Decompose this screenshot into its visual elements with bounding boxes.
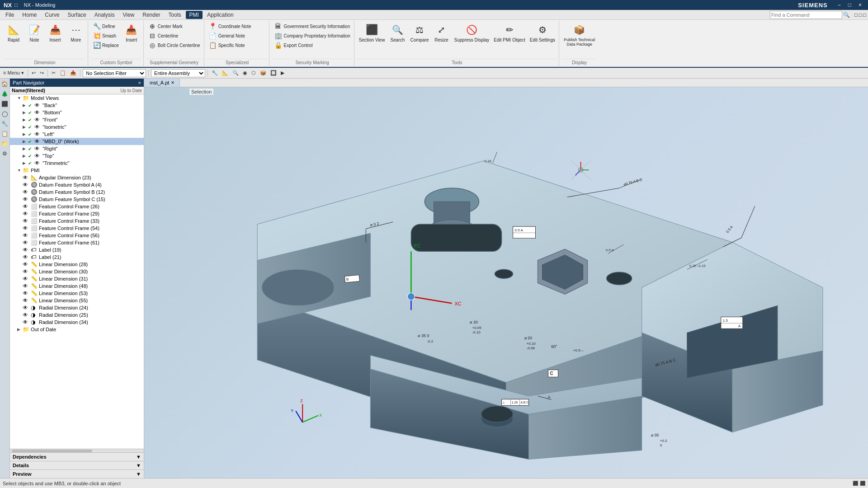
- tree-fcf54[interactable]: 👁 ⬜ Feature Control Frame (54): [10, 225, 144, 232]
- tree-expander[interactable]: ▶: [17, 327, 23, 332]
- tree-mbd0[interactable]: ▶ ✔ 👁 "MBD_0" (Work): [10, 138, 144, 145]
- rapid-button[interactable]: 📐 Rapid: [4, 22, 24, 43]
- tree-fcf29[interactable]: 👁 ⬜ Feature Control Frame (29): [10, 210, 144, 217]
- copy-icon[interactable]: 📋: [58, 70, 67, 76]
- menu-application[interactable]: Application: [203, 11, 237, 19]
- maximize-button[interactable]: □: [845, 1, 854, 9]
- tree-label21[interactable]: 👁 🏷 Label (21): [10, 253, 144, 261]
- tree-expander[interactable]: ▶: [23, 103, 28, 108]
- insert-annotation-button[interactable]: 📥 Insert: [122, 22, 142, 43]
- tree-fcf61[interactable]: 👁 ⬜ Feature Control Frame (61): [10, 239, 144, 246]
- menu-surface[interactable]: Surface: [64, 11, 90, 19]
- export-control-button[interactable]: 🔒 Export Control: [272, 41, 352, 50]
- section-view-button[interactable]: ⬛ Section View: [357, 22, 387, 43]
- scope-select[interactable]: Entire Assembly: [151, 69, 205, 77]
- tree-datum-c[interactable]: 👁 🔘 Datum Feature Symbol C (15): [10, 196, 144, 203]
- tree-expander[interactable]: ▶: [23, 154, 28, 158]
- government-info-button[interactable]: 🏛 Government Security Information: [272, 22, 352, 31]
- tree-lin53[interactable]: 👁 📏 Linear Dimension (53): [10, 290, 144, 297]
- tree-expander[interactable]: ▶: [23, 146, 28, 151]
- define-button[interactable]: 🔧 Define: [91, 22, 121, 31]
- tree-expander[interactable]: ▶: [23, 125, 28, 129]
- close-button[interactable]: ×: [856, 1, 864, 9]
- toolbar-icon5[interactable]: ⬡: [250, 70, 257, 76]
- search-button[interactable]: 🔍 Search: [387, 22, 407, 43]
- smash-button[interactable]: 💥 Smash: [91, 31, 121, 40]
- tree-trimmetric[interactable]: ▶ ✔ 👁 "Trimmetric": [10, 160, 144, 167]
- tree-expander[interactable]: ▶: [23, 132, 28, 136]
- toolbar-icon7[interactable]: 🔲: [269, 70, 278, 76]
- toolbar-icon6[interactable]: 📦: [259, 70, 268, 76]
- edit-settings-button[interactable]: ⚙ Edit Settings: [528, 22, 557, 43]
- tree-fcf56[interactable]: 👁 ⬜ Feature Control Frame (56): [10, 232, 144, 239]
- left-icon-home[interactable]: 🏠: [0, 80, 9, 89]
- left-icon-tree[interactable]: 🌲: [0, 89, 9, 99]
- cut-icon[interactable]: ✂: [50, 70, 57, 76]
- selection-filter-select[interactable]: No Selection Filter: [83, 69, 146, 77]
- tree-label19[interactable]: 👁 🏷 Label (19): [10, 246, 144, 253]
- more-dimension-button[interactable]: ⋯ More: [66, 22, 86, 43]
- bolt-circle-button[interactable]: ◎ Bolt Circle Centerline: [146, 41, 202, 50]
- center-mark-button[interactable]: ⊕ Center Mark: [146, 22, 202, 31]
- tree-expander[interactable]: ▶: [23, 139, 28, 144]
- viewport[interactable]: mst_A.pt × Selection: [144, 79, 868, 478]
- redo-icon[interactable]: ↪: [38, 70, 45, 76]
- coordinate-note-button[interactable]: 📍 Coordinate Note: [207, 22, 253, 31]
- publish-button[interactable]: 📦 Publish TechnicalData Package: [562, 22, 597, 47]
- general-note-button[interactable]: 📄 General Note: [207, 31, 253, 40]
- tree-out-of-date[interactable]: ▶ 📁 Out of Date: [10, 326, 144, 333]
- toolbar-icon2[interactable]: 📐: [221, 70, 230, 76]
- menu-render[interactable]: Render: [139, 11, 164, 19]
- menu-file[interactable]: File: [2, 11, 18, 19]
- resize-button[interactable]: ⤢ Resize: [432, 22, 452, 43]
- toolbar-icon8[interactable]: ▶: [279, 70, 286, 76]
- compare-button[interactable]: ⚖ Compare: [408, 22, 430, 43]
- tree-expander[interactable]: ▼: [17, 168, 23, 173]
- left-icon-settings[interactable]: ⚙: [0, 149, 9, 158]
- left-icon-folder[interactable]: 📁: [0, 139, 9, 148]
- menu-tools[interactable]: Tools: [165, 11, 185, 19]
- tree-expander[interactable]: ▶: [23, 117, 28, 122]
- replace-button[interactable]: 🔄 Replace: [91, 41, 121, 50]
- menu-curve[interactable]: Curve: [41, 11, 63, 19]
- tree-isometric[interactable]: ▶ ✔ 👁 "Isometric": [10, 123, 144, 131]
- specific-note-button[interactable]: 📋 Specific Note: [207, 41, 253, 50]
- tree-rad34[interactable]: 👁 ◑ Radial Dimension (34): [10, 319, 144, 326]
- left-icon-layers[interactable]: ⬛: [0, 99, 9, 108]
- tree-rad25[interactable]: 👁 ◑ Radial Dimension (25): [10, 311, 144, 319]
- tree-expander[interactable]: ▶: [23, 161, 28, 165]
- tree-right[interactable]: ▶ ✔ 👁 "Right": [10, 145, 144, 152]
- tree-fcf26[interactable]: 👁 ⬜ Feature Control Frame (26): [10, 203, 144, 210]
- viewport-tab-item[interactable]: mst_A.pt ×: [144, 79, 180, 87]
- company-info-button[interactable]: 🏢 Company Proprietary Information: [272, 31, 352, 40]
- toolbar-icon4[interactable]: ◉: [241, 70, 249, 76]
- insert-dimension-button[interactable]: 📥 Insert: [45, 22, 65, 43]
- undo-icon[interactable]: ↩: [30, 70, 37, 76]
- note-button[interactable]: 📝 Note: [24, 22, 44, 43]
- tree-lin48[interactable]: 👁 📏 Linear Dimension (48): [10, 282, 144, 290]
- left-icon-tool[interactable]: 🔧: [0, 119, 9, 128]
- minimize-button[interactable]: −: [835, 1, 844, 9]
- tree-lin30[interactable]: 👁 📏 Linear Dimension (30): [10, 268, 144, 275]
- tree-lin28[interactable]: 👁 📏 Linear Dimension (28): [10, 261, 144, 268]
- tree-lin55[interactable]: 👁 📏 Linear Dimension (55): [10, 297, 144, 304]
- tree-expander[interactable]: ▼: [17, 96, 23, 100]
- menu-home[interactable]: Home: [19, 11, 40, 19]
- sidebar-close-icon[interactable]: ×: [138, 80, 141, 85]
- search-icon[interactable]: 🔍: [843, 12, 850, 18]
- tree-expander[interactable]: ▶: [23, 110, 28, 115]
- centerline-button[interactable]: ⊟ Centerline: [146, 31, 202, 40]
- tree-datum-a[interactable]: 👁 🔘 Datum Feature Symbol A (4): [10, 181, 144, 188]
- menu-view[interactable]: View: [119, 11, 138, 19]
- left-icon-select[interactable]: ◯: [0, 109, 9, 118]
- tree-pmi[interactable]: ▼ 📁 PMI: [10, 167, 144, 174]
- tree-model-views[interactable]: ▼ 📁 Model Views: [10, 94, 144, 102]
- tree-fcf33[interactable]: 👁 ⬜ Feature Control Frame (33): [10, 217, 144, 225]
- suppress-display-button[interactable]: 🚫 Suppress Display: [453, 22, 491, 43]
- tree-top[interactable]: ▶ ✔ 👁 "Top": [10, 152, 144, 160]
- tree-rad24[interactable]: 👁 ◑ Radial Dimension (24): [10, 304, 144, 311]
- menu-analysis[interactable]: Analysis: [91, 11, 118, 19]
- toolbar-icon3[interactable]: 🔍: [231, 70, 240, 76]
- toolbar-icon1[interactable]: 🔧: [210, 70, 219, 76]
- menu-pmi[interactable]: PMI: [186, 11, 203, 19]
